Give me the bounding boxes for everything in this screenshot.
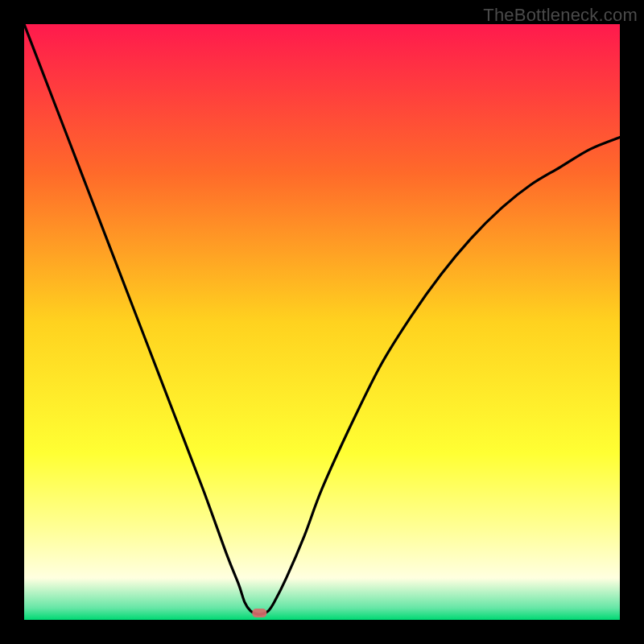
bottleneck-chart [24, 24, 620, 620]
optimal-marker [252, 609, 266, 617]
watermark-text: TheBottleneck.com [483, 5, 638, 26]
gradient-background [24, 24, 620, 620]
plot-area [24, 24, 620, 620]
chart-container: TheBottleneck.com [0, 0, 644, 644]
